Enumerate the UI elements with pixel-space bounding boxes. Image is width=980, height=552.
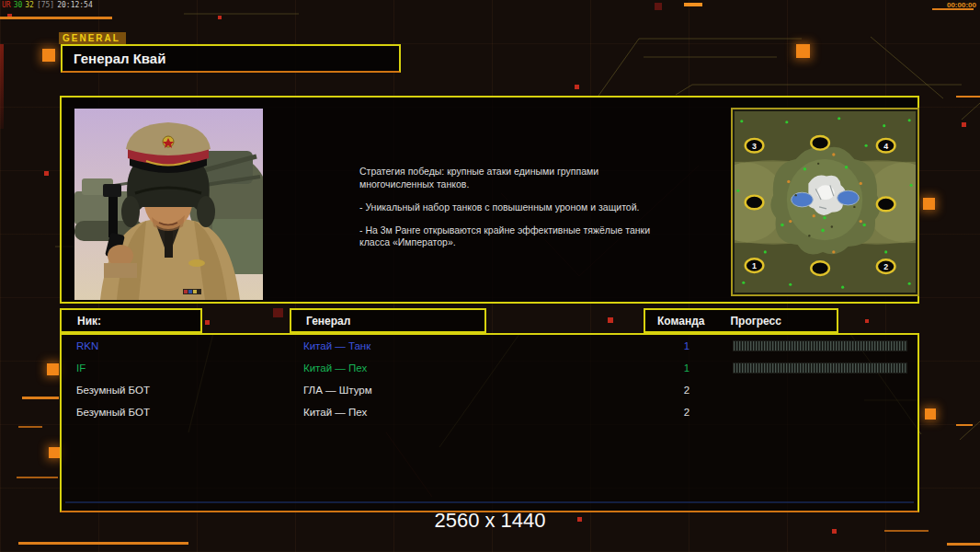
player-row: IF Китай — Пех 1 xyxy=(62,357,917,379)
svg-text:2: 2 xyxy=(883,262,888,271)
player-general: ГЛА — Штурм xyxy=(303,379,372,401)
start-position: 2 xyxy=(877,259,895,273)
player-progress-bar xyxy=(733,362,907,374)
decor-square xyxy=(796,44,810,58)
decor-square xyxy=(923,198,935,210)
player-general: Китай — Танк xyxy=(303,335,370,357)
player-team: 2 xyxy=(679,401,694,423)
debug-part: 32 xyxy=(25,1,34,9)
decor-line xyxy=(18,426,42,428)
player-team: 1 xyxy=(679,335,694,357)
player-general: Китай — Пех xyxy=(303,357,367,379)
decor-square xyxy=(575,85,579,89)
decor-square xyxy=(44,171,49,176)
screen-title-box: Генерал Квай xyxy=(61,44,401,73)
player-row: RKN Китай — Танк 1 xyxy=(62,335,917,357)
briefing-paragraph: Стратегия победы: крупные атаки едиными … xyxy=(359,166,663,191)
debug-part: 30 xyxy=(14,1,23,9)
debug-part: UR xyxy=(2,1,11,9)
decor-line xyxy=(22,397,59,399)
general-portrait-art xyxy=(74,109,263,300)
start-position xyxy=(811,136,829,150)
decor-line xyxy=(0,17,112,19)
player-name: IF xyxy=(76,357,85,379)
svg-text:1: 1 xyxy=(752,261,757,270)
general-tab-label: GENERAL xyxy=(59,32,126,44)
decor-square xyxy=(925,408,936,420)
nick-header-box: Ник: xyxy=(60,308,202,333)
minimap: 3 4 1 2 xyxy=(731,108,919,296)
decor-square xyxy=(42,49,55,62)
decor-square xyxy=(962,122,966,127)
debug-readout: UR3032[75]20:12:54 xyxy=(2,1,96,9)
team-header-label: Команда xyxy=(657,315,704,328)
nick-header-label: Ник: xyxy=(77,315,101,328)
general-info-panel: Стратегия победы: крупные атаки едиными … xyxy=(60,96,919,304)
screen-title: Генерал Квай xyxy=(74,51,165,66)
decor-square xyxy=(218,16,222,19)
decor-square xyxy=(655,3,662,10)
start-position xyxy=(746,196,764,210)
player-name: Безумный БОТ xyxy=(76,401,150,423)
start-position: 3 xyxy=(746,139,764,153)
svg-text:4: 4 xyxy=(883,142,888,151)
decor-square xyxy=(205,320,210,325)
progress-header-label: Прогресс xyxy=(730,315,781,328)
resolution-label: 2560 x 1440 xyxy=(0,509,980,533)
start-position: 4 xyxy=(877,139,895,153)
debug-part: 20:12:54 xyxy=(57,1,93,9)
general-portrait xyxy=(74,109,263,300)
start-position xyxy=(877,198,895,212)
svg-text:3: 3 xyxy=(752,142,757,151)
briefing-paragraph: - Уникальный набор танков с повышенным у… xyxy=(359,201,663,214)
player-general: Китай — Пех xyxy=(303,401,367,423)
player-team: 1 xyxy=(679,357,694,379)
briefing-paragraph: - На 3м Ранге открываются крайне эффекти… xyxy=(359,224,663,250)
decor-line xyxy=(947,543,980,546)
general-header-box: Генерал xyxy=(290,308,486,333)
start-position: 1 xyxy=(746,259,764,272)
briefing-text: Стратегия победы: крупные атаки едиными … xyxy=(359,166,663,259)
decor-line xyxy=(956,424,973,426)
decor-square xyxy=(273,308,283,317)
decor-square xyxy=(608,317,613,323)
decor-line xyxy=(956,96,980,98)
decor-strip xyxy=(0,44,4,129)
decor-line xyxy=(18,542,188,545)
decor-square xyxy=(865,319,869,323)
player-name: Безумный БОТ xyxy=(76,379,150,401)
general-header-label: Генерал xyxy=(306,315,350,328)
player-row: Безумный БОТ Китай — Пех 2 xyxy=(62,401,917,423)
players-panel: RKN Китай — Танк 1 IF Китай — Пех 1 Безу… xyxy=(60,333,919,512)
decor-line xyxy=(17,477,58,478)
player-row: Безумный БОТ ГЛА — Штурм 2 xyxy=(62,379,917,401)
player-team: 2 xyxy=(679,379,694,401)
decor-square xyxy=(49,447,60,458)
player-name: RKN xyxy=(76,335,98,357)
decor-line xyxy=(684,3,702,6)
debug-part: [75] xyxy=(37,1,54,9)
player-progress-bar xyxy=(733,340,907,351)
team-progress-header-box: Команда Прогресс xyxy=(644,308,838,333)
match-timer: 00:00:00 xyxy=(947,1,976,9)
decor-square xyxy=(47,363,59,375)
panel-divider-line xyxy=(65,501,914,503)
start-position xyxy=(811,261,829,275)
